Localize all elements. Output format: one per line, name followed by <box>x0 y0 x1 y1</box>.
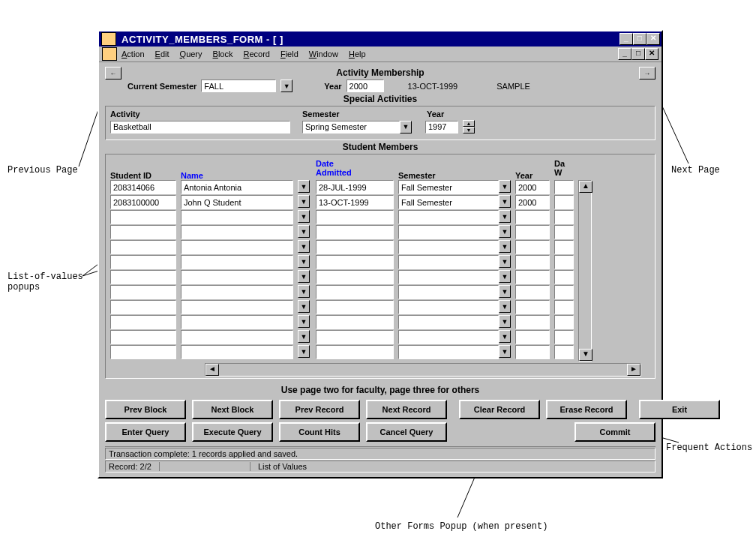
menu-block[interactable]: Block <box>213 50 233 58</box>
year-field[interactable] <box>515 210 550 224</box>
execute-query-button[interactable]: Execute Query <box>192 422 273 442</box>
semester-select[interactable] <box>398 225 499 239</box>
semester-dropdown-button[interactable]: ▼ <box>499 285 511 298</box>
date-withdrawn-field[interactable] <box>554 180 574 194</box>
semester-select[interactable] <box>398 330 499 344</box>
date-withdrawn-field[interactable] <box>554 285 574 299</box>
year-field[interactable]: 2000 <box>515 180 550 194</box>
date-withdrawn-field[interactable] <box>554 240 574 254</box>
student_id-field[interactable] <box>110 330 176 344</box>
name-lov-button[interactable]: ▼ <box>298 195 310 208</box>
semester-select[interactable] <box>398 255 499 269</box>
name-lov-button[interactable]: ▼ <box>298 240 310 253</box>
semester-dropdown-button[interactable]: ▼ <box>499 225 511 238</box>
name-field[interactable] <box>181 300 293 314</box>
student_id-field[interactable] <box>110 345 176 359</box>
mdi-restore-button[interactable]: □ <box>632 48 645 60</box>
mdi-icon[interactable] <box>102 47 117 61</box>
date_admitted-field[interactable]: 13-OCT-1999 <box>316 195 394 209</box>
next-page-button[interactable]: → <box>639 67 656 80</box>
name-field[interactable] <box>181 255 293 269</box>
student_id-field[interactable] <box>110 225 176 239</box>
name-field[interactable] <box>181 270 293 284</box>
year-field[interactable] <box>515 345 550 359</box>
student_id-field[interactable] <box>110 300 176 314</box>
date_admitted-field[interactable] <box>316 300 394 314</box>
date-withdrawn-field[interactable] <box>554 270 574 284</box>
year-field[interactable]: 2000 <box>515 195 550 209</box>
name-lov-button[interactable]: ▼ <box>298 180 310 193</box>
vscroll-up-button[interactable]: ▲ <box>579 181 592 193</box>
semester-dropdown-button[interactable]: ▼ <box>499 255 511 268</box>
semester-select[interactable] <box>398 300 499 314</box>
student_id-field[interactable]: 2083100000 <box>110 195 176 209</box>
maximize-button[interactable]: □ <box>633 33 646 45</box>
date_admitted-field[interactable] <box>316 315 394 329</box>
date-withdrawn-field[interactable] <box>554 225 574 239</box>
semester-dropdown-button[interactable]: ▼ <box>499 210 511 223</box>
next-block-button[interactable]: Next Block <box>192 400 273 419</box>
date-withdrawn-field[interactable] <box>554 210 574 224</box>
semester-dropdown-button[interactable]: ▼ <box>499 315 511 328</box>
name-lov-button[interactable]: ▼ <box>298 270 310 283</box>
date-withdrawn-field[interactable] <box>554 300 574 314</box>
close-button[interactable]: ✕ <box>646 33 660 45</box>
prev-page-button[interactable]: ← <box>105 67 122 80</box>
prev-block-button[interactable]: Prev Block <box>105 400 186 419</box>
exit-button[interactable]: Exit <box>639 400 720 419</box>
student_id-field[interactable]: 208314066 <box>110 180 176 194</box>
current-semester-lov-button[interactable]: ▼ <box>280 80 292 92</box>
semester-select[interactable]: Fall Semester <box>398 180 499 194</box>
count-hits-button[interactable]: Count Hits <box>279 422 360 442</box>
semester-select[interactable] <box>398 345 499 359</box>
name-field[interactable] <box>181 285 293 299</box>
next-record-button[interactable]: Next Record <box>366 400 447 419</box>
year-field[interactable] <box>515 270 550 284</box>
semester-dropdown-button[interactable]: ▼ <box>499 180 511 193</box>
student_id-field[interactable] <box>110 270 176 284</box>
name-field[interactable]: John Q Student <box>181 195 293 209</box>
name-field[interactable] <box>181 330 293 344</box>
members-hscrollbar[interactable]: ◄ ► <box>205 363 641 376</box>
semester-select[interactable] <box>398 210 499 224</box>
date_admitted-field[interactable] <box>316 255 394 269</box>
year-field[interactable] <box>515 315 550 329</box>
clear-record-button[interactable]: Clear Record <box>459 400 540 419</box>
year-field[interactable] <box>515 225 550 239</box>
menu-edit[interactable]: Edit <box>155 50 170 58</box>
date_admitted-field[interactable] <box>316 225 394 239</box>
year-field[interactable]: 2000 <box>346 80 384 92</box>
date_admitted-field[interactable] <box>316 270 394 284</box>
student_id-field[interactable] <box>110 255 176 269</box>
minimize-button[interactable]: _ <box>620 33 633 45</box>
menu-field[interactable]: Field <box>280 50 298 58</box>
name-field[interactable] <box>181 345 293 359</box>
semester-dropdown-button[interactable]: ▼ <box>499 330 511 343</box>
date_admitted-field[interactable] <box>316 285 394 299</box>
semester-dropdown-button[interactable]: ▼ <box>499 195 511 208</box>
name-lov-button[interactable]: ▼ <box>298 225 310 238</box>
year-field[interactable] <box>515 330 550 344</box>
semester-select[interactable] <box>398 240 499 254</box>
current-semester-field[interactable]: FALL <box>201 80 276 92</box>
semester-select[interactable] <box>398 315 499 329</box>
erase-record-button[interactable]: Erase Record <box>546 400 627 419</box>
semester-select[interactable]: Fall Semester <box>398 195 499 209</box>
members-vscrollbar[interactable]: ▲▼ <box>578 180 592 362</box>
name-lov-button[interactable]: ▼ <box>298 330 310 343</box>
date_admitted-field[interactable] <box>316 210 394 224</box>
year-field[interactable] <box>515 300 550 314</box>
date_admitted-field[interactable] <box>316 240 394 254</box>
year-field[interactable] <box>515 255 550 269</box>
menu-record[interactable]: Record <box>243 50 269 58</box>
mdi-minimize-button[interactable]: _ <box>618 48 632 60</box>
name-lov-button[interactable]: ▼ <box>298 210 310 223</box>
semester-select[interactable] <box>398 285 499 299</box>
date-withdrawn-field[interactable] <box>554 345 574 359</box>
hscroll-left-button[interactable]: ◄ <box>206 364 219 376</box>
year-field[interactable] <box>515 240 550 254</box>
name-field[interactable] <box>181 315 293 329</box>
hscroll-right-button[interactable]: ► <box>627 364 640 376</box>
name-field[interactable] <box>181 210 293 224</box>
sa-year-field[interactable]: 1997 <box>425 121 458 134</box>
